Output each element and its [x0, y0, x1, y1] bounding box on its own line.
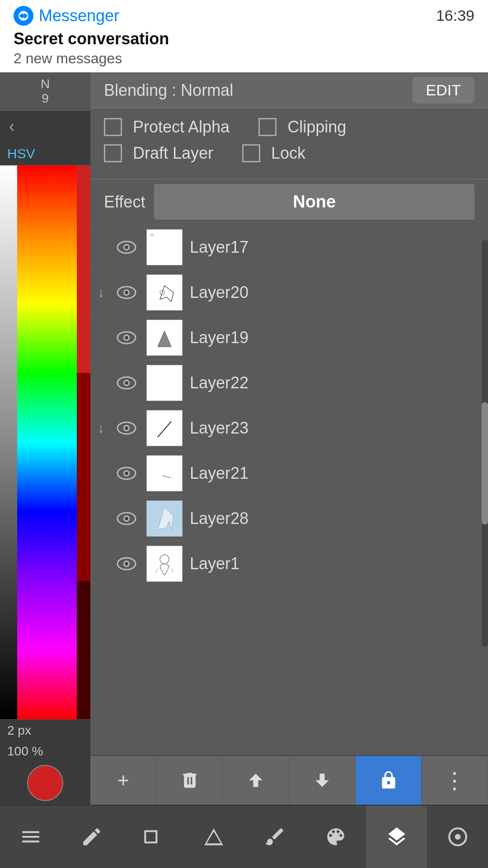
app-bottom-bar: [0, 805, 488, 868]
svg-point-19: [125, 472, 128, 475]
more-options-button[interactable]: ⋮: [422, 756, 488, 805]
red-swatch-darker[interactable]: [77, 373, 90, 580]
layer-thumbnail: [146, 546, 183, 582]
effect-label: Effect: [104, 193, 145, 212]
svg-point-30: [455, 834, 460, 840]
layer-thumbnail: [146, 229, 183, 265]
layer-thumbnail: [146, 274, 183, 311]
notification-subtitle: 2 new messages: [14, 50, 474, 67]
visibility-toggle[interactable]: [114, 280, 139, 305]
zoom-indicator: 100 %: [0, 741, 90, 761]
add-layer-button[interactable]: +: [90, 756, 157, 805]
back-button[interactable]: ‹: [0, 111, 90, 142]
layer-thumbnail: [146, 455, 183, 491]
app-palette-button[interactable]: [305, 806, 366, 868]
red-swatch-darkest[interactable]: [77, 581, 90, 719]
visibility-toggle[interactable]: [114, 551, 139, 576]
messenger-label: Messenger: [39, 6, 119, 25]
svg-point-5: [125, 291, 128, 294]
app-shape-button[interactable]: [183, 806, 244, 868]
layer-name: Layer22: [190, 373, 249, 392]
layer-item[interactable]: ↓ Layer20: [90, 270, 488, 315]
protect-alpha-checkbox[interactable]: [104, 118, 122, 136]
layer-list: Layer17 ↓ Layer20: [90, 225, 488, 805]
visibility-toggle[interactable]: [114, 325, 139, 350]
svg-point-2: [125, 245, 128, 249]
options-row-1: Protect Alpha Clipping: [104, 118, 474, 137]
effect-row: Effect None: [90, 179, 488, 225]
layer-thumbnail: [146, 320, 183, 356]
visibility-toggle[interactable]: [114, 506, 139, 531]
indent-icon: ↓: [98, 420, 114, 436]
layer-name: Layer23: [190, 419, 249, 438]
clipping-checkbox[interactable]: [258, 118, 277, 136]
app-edit-button[interactable]: [61, 806, 122, 868]
visibility-toggle[interactable]: [114, 415, 139, 441]
layer-item[interactable]: ↓ Layer23: [90, 406, 488, 451]
layer-thumbnail: [146, 500, 183, 537]
draft-layer-label: Draft Layer: [133, 144, 213, 163]
edit-button[interactable]: EDIT: [413, 77, 474, 104]
svg-point-22: [125, 517, 128, 520]
visibility-toggle[interactable]: [114, 461, 139, 486]
layer-name: Layer1: [190, 554, 239, 573]
layer-item[interactable]: Layer22: [90, 360, 488, 406]
clipping-label: Clipping: [287, 118, 346, 137]
effect-dropdown[interactable]: None: [154, 184, 474, 220]
svg-point-12: [125, 381, 128, 385]
indent-icon: ↓: [98, 285, 114, 300]
lock-checkbox[interactable]: [242, 144, 260, 162]
svg-point-26: [160, 555, 169, 564]
app-menu-button[interactable]: [0, 806, 61, 868]
draft-layer-checkbox[interactable]: [104, 144, 122, 162]
svg-point-15: [125, 426, 128, 430]
layer-item[interactable]: Layer28: [90, 496, 488, 541]
app-layers-button[interactable]: [366, 806, 427, 868]
options-row-2: Draft Layer Lock: [104, 144, 474, 163]
main-panel: Blending : Normal EDIT Protect Alpha Cli…: [90, 72, 488, 805]
scrollbar-thumb: [482, 402, 488, 524]
layer-name: Layer21: [190, 464, 249, 483]
layer-name: Layer20: [190, 283, 249, 302]
scrollbar[interactable]: [482, 240, 488, 646]
red-swatch-dark[interactable]: [77, 165, 90, 373]
app-pen-button[interactable]: [244, 806, 305, 868]
layer-item[interactable]: Layer19: [90, 315, 488, 360]
time-display: 16:39: [436, 7, 474, 24]
status-bar: Messenger 16:39 Secret conversation 2 ne…: [0, 0, 488, 72]
color-palette[interactable]: [0, 165, 90, 719]
blending-row: Blending : Normal EDIT: [90, 72, 488, 108]
hsv-label[interactable]: HSV: [0, 142, 90, 165]
notification-title: Secret conversation: [14, 29, 474, 48]
app-settings-button[interactable]: [427, 806, 488, 868]
svg-line-27: [155, 568, 158, 573]
color-swatch[interactable]: [27, 765, 63, 801]
layer-name: Layer28: [190, 509, 249, 528]
move-up-button[interactable]: [223, 756, 289, 805]
layer-item[interactable]: Layer21: [90, 451, 488, 496]
grey-strip[interactable]: [0, 165, 17, 719]
color-strip[interactable]: [17, 165, 77, 719]
left-sidebar: N9 ‹ HSV 2 px 100 %: [0, 72, 90, 805]
svg-point-25: [125, 562, 128, 566]
options-area: Protect Alpha Clipping Draft Layer Lock: [90, 108, 488, 179]
layer-name: Layer19: [190, 328, 249, 347]
svg-point-9: [125, 336, 128, 340]
app-select-button[interactable]: [122, 806, 183, 868]
red-swatches: [77, 165, 90, 719]
visibility-toggle[interactable]: [114, 235, 139, 260]
layer-item[interactable]: Layer17: [90, 225, 488, 270]
move-down-button[interactable]: [289, 756, 356, 805]
layer-thumbnail: [146, 365, 183, 401]
bottom-toolbar: + ⋮: [90, 755, 488, 805]
sidebar-top-label: N9: [0, 72, 90, 111]
svg-line-16: [158, 421, 171, 437]
size-indicator: 2 px: [0, 719, 90, 741]
visibility-toggle[interactable]: [114, 370, 139, 396]
layer-thumbnail: [146, 410, 183, 446]
protect-alpha-label: Protect Alpha: [133, 118, 230, 137]
lock-label: Lock: [271, 144, 305, 163]
layer-item[interactable]: Layer1: [90, 541, 488, 586]
lock-button[interactable]: [356, 756, 422, 805]
delete-layer-button[interactable]: [157, 756, 223, 805]
